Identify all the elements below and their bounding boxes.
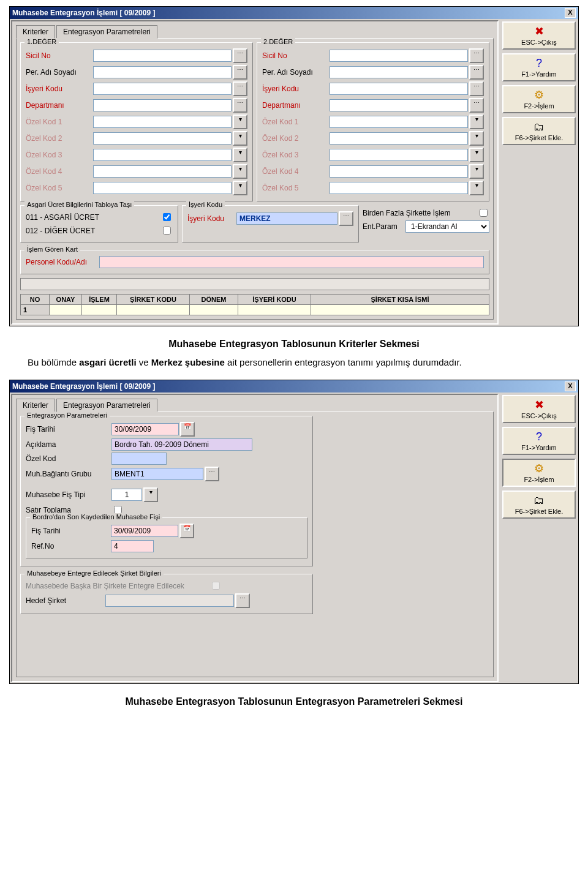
f2-islem-button[interactable]: ⚙F2->İşlem <box>502 85 576 113</box>
isyeri-kodu-input[interactable] <box>330 83 468 95</box>
window-entegrasyon-parametreleri: Muhasebe Entegrasyon İşlemi [ 09/2009 ] … <box>9 380 579 684</box>
ozel-kod-2-input[interactable] <box>330 132 468 145</box>
lookup-icon[interactable]: ⋯ <box>233 48 247 63</box>
titlebar: Muhasebe Entegrasyon İşlemi [ 09/2009 ] … <box>10 380 578 393</box>
label-muh-baglanti-grubu: Muh.Bağlantı Grubu <box>26 470 111 478</box>
bordro-fis-tarihi-input[interactable] <box>111 525 178 537</box>
label-birden-fazla-sirket: Birden Fazla Şirkette İşlem <box>363 209 477 217</box>
lookup-icon[interactable]: ▾ <box>469 181 484 195</box>
cell-sirket-kodu <box>117 305 190 315</box>
f2-islem-button[interactable]: ⚙F2->İşlem <box>502 459 576 487</box>
lookup-icon[interactable]: ▾ <box>469 115 484 129</box>
cell-sirket-kisa-ismi <box>311 305 489 315</box>
label-ent-param: Ent.Param <box>363 222 405 231</box>
ozel-kod-4-input[interactable] <box>93 165 232 178</box>
close-icon: ✖ <box>505 399 573 411</box>
ref-no-input[interactable] <box>111 540 154 552</box>
label-per-adi: Per. Adı Soyadı <box>26 68 93 77</box>
departman-input[interactable] <box>330 99 468 111</box>
lookup-icon[interactable]: ⋯ <box>205 467 219 481</box>
lookup-icon[interactable]: ⋯ <box>233 65 247 80</box>
fis-tarihi-input[interactable] <box>111 423 179 435</box>
lookup-icon[interactable]: ▾ <box>233 115 247 129</box>
tab-kriterler[interactable]: Kriterler <box>16 25 55 39</box>
lookup-icon[interactable]: ▾ <box>469 164 484 179</box>
personel-kodu-adi-input[interactable] <box>99 256 484 268</box>
multi-sirket-checkbox[interactable] <box>480 209 488 217</box>
sicil-no-input[interactable] <box>93 50 232 62</box>
lookup-icon[interactable]: ⋯ <box>469 48 484 63</box>
lookup-icon[interactable]: ⋯ <box>235 593 250 608</box>
ozel-kod-2-input[interactable] <box>93 132 232 145</box>
tab-kriterler[interactable]: Kriterler <box>16 399 55 412</box>
label-ozel-kod-2: Özel Kod 2 <box>26 134 93 143</box>
label-sicil-no: Sicil No <box>262 51 330 60</box>
f1-yardim-button[interactable]: ?F1->Yardım <box>502 53 576 81</box>
lookup-icon[interactable]: ⋯ <box>339 211 353 226</box>
label-isyeri-kodu: İşyeri Kodu <box>262 85 330 93</box>
ozel-kod-5-input[interactable] <box>330 182 468 194</box>
ozel-kod-1-input[interactable] <box>330 116 468 128</box>
label-departman: Departmanı <box>262 101 330 110</box>
f6-sirket-ekle-button[interactable]: 🗂F6->Şirket Ekle. <box>502 490 576 519</box>
cell-donem <box>190 305 238 315</box>
tab-entegrasyon-parametreleri[interactable]: Entegrasyon Parametreleri <box>56 399 157 412</box>
cell-isyeri-kodu <box>238 305 311 315</box>
ozel-kod-3-input[interactable] <box>93 149 232 161</box>
lookup-icon[interactable]: ▾ <box>469 148 484 162</box>
muh-baglanti-grubu-input[interactable] <box>111 468 203 480</box>
lookup-icon[interactable]: ⋯ <box>469 65 484 80</box>
cell-islem <box>82 305 117 315</box>
window-kriterler: Muhasebe Entegrasyon İşlemi [ 09/2009 ] … <box>9 6 579 326</box>
lookup-icon[interactable]: ▾ <box>233 148 247 162</box>
ozel-kod-3-input[interactable] <box>330 149 468 161</box>
per-adi-input[interactable] <box>93 66 232 78</box>
sicil-no-input[interactable] <box>330 50 468 62</box>
isyeri-kodu-input[interactable] <box>236 212 337 225</box>
f6-sirket-ekle-button[interactable]: 🗂F6->Şirket Ekle. <box>502 117 576 145</box>
diger-ucret-checkbox[interactable] <box>163 227 171 235</box>
ozel-kod-4-input[interactable] <box>330 165 468 178</box>
muhasebe-fis-tipi-input[interactable] <box>111 489 142 501</box>
label-muhasebede-baska-sirket: Muhasebede Başka Bir Şirkete Entegre Edi… <box>26 582 209 590</box>
lookup-icon[interactable]: ▾ <box>233 164 247 179</box>
lookup-icon[interactable]: ⋯ <box>233 98 247 113</box>
departman-input[interactable] <box>93 99 232 111</box>
per-adi-input[interactable] <box>330 66 468 78</box>
label-departman: Departmanı <box>26 101 93 110</box>
group-isyeri-kodu: İşyeri Kodu İşyeri Kodu⋯ <box>182 205 359 242</box>
lookup-icon[interactable]: ⋯ <box>469 98 484 113</box>
isyeri-kodu-input[interactable] <box>93 83 232 95</box>
f1-yardim-button[interactable]: ?F1->Yardım <box>502 427 576 455</box>
ozel-kod-input[interactable] <box>111 453 167 465</box>
lookup-icon[interactable]: ⋯ <box>233 81 247 96</box>
tab-entegrasyon-parametreleri[interactable]: Entegrasyon Parametreleri <box>56 25 157 39</box>
close-icon[interactable]: X <box>565 381 576 391</box>
close-icon[interactable]: X <box>565 8 576 18</box>
asgari-ucret-checkbox[interactable] <box>163 213 171 221</box>
lookup-icon[interactable]: ⋯ <box>469 81 484 96</box>
aciklama-input[interactable] <box>111 438 252 451</box>
lookup-icon[interactable]: ▾ <box>233 181 247 195</box>
label-ozel-kod-4: Özel Kod 4 <box>262 167 330 176</box>
ozel-kod-1-input[interactable] <box>93 116 232 128</box>
group-asgari-ucret: Asgari Ücret Bilgilerini Tabloya Taşı 01… <box>20 205 178 242</box>
calendar-icon[interactable]: 📅 <box>180 422 195 437</box>
col-sirket-kodu: ŞİRKET KODU <box>117 295 190 305</box>
esc-cikis-button[interactable]: ✖ESC->Çıkış <box>502 395 576 423</box>
calendar-icon[interactable]: 📅 <box>179 524 194 538</box>
titlebar: Muhasebe Entegrasyon İşlemi [ 09/2009 ] … <box>10 7 578 19</box>
label-ozel-kod-5: Özel Kod 5 <box>262 184 330 192</box>
table-row[interactable]: 1 <box>21 305 489 315</box>
esc-cikis-button[interactable]: ✖ESC->Çıkış <box>502 21 576 50</box>
ozel-kod-5-input[interactable] <box>93 182 232 194</box>
baska-sirket-entegre-checkbox[interactable] <box>212 582 220 590</box>
group-title: 1.DEĞER <box>24 38 59 45</box>
lookup-icon[interactable]: ▾ <box>469 131 484 146</box>
lookup-icon[interactable]: ▾ <box>233 131 247 146</box>
label-isyeri-kodu: İşyeri Kodu <box>26 85 93 93</box>
window-title: Muhasebe Entegrasyon İşlemi [ 09/2009 ] <box>12 382 155 391</box>
ent-param-select[interactable]: 1-Ekrandan Al <box>405 220 489 233</box>
lookup-icon[interactable]: ▾ <box>143 487 158 502</box>
group-islem-goren-kart: İşlem Gören Kart Personel Kodu/Adı <box>20 250 489 274</box>
